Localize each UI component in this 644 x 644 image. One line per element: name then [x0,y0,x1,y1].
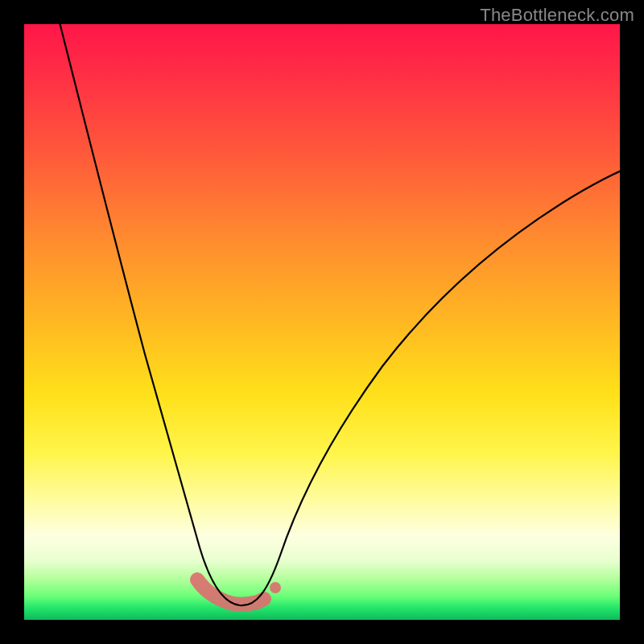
outer-frame: TheBottleneck.com [0,0,644,644]
watermark-text: TheBottleneck.com [480,5,634,26]
chart-svg [24,24,620,620]
plot-area [24,24,620,620]
optimal-range-end-dot [270,582,281,593]
bottleneck-curve-path [58,24,620,605]
